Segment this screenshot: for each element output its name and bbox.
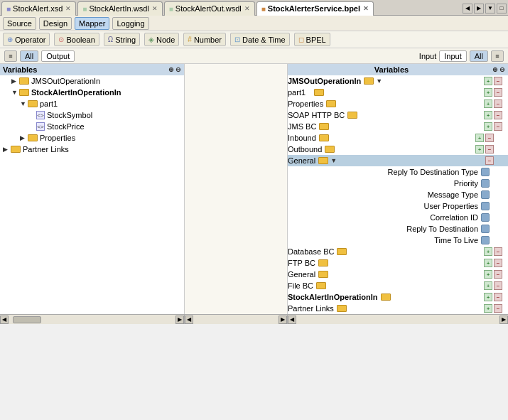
r-tree-part1[interactable]: part1 + − — [288, 87, 508, 98]
tree-item-part1[interactable]: ▼ part1 — [0, 98, 184, 109]
all-tab-left[interactable]: All — [20, 50, 38, 62]
r-db-minus[interactable]: − — [494, 247, 502, 256]
r-tree-correlation-id[interactable]: Correlation ID — [288, 212, 508, 223]
tab-close-xsd[interactable]: ✕ — [65, 5, 71, 12]
right-panel-toggle[interactable]: ≡ — [491, 50, 504, 62]
r-tree-properties[interactable]: Properties + − — [288, 98, 508, 109]
r-outbound-plus[interactable]: + — [475, 145, 484, 154]
r-stockalertin-plus[interactable]: + — [484, 293, 492, 301]
right-header-ctrl1[interactable]: ⊕ — [492, 66, 498, 73]
mid-hscroll-right[interactable]: ▶ — [279, 316, 287, 324]
tree-item-partnerlinks[interactable]: ▶ Partner Links — [0, 144, 184, 155]
r-file-minus[interactable]: − — [494, 281, 502, 290]
r-general-minus[interactable]: − — [485, 156, 494, 165]
boolean-tool[interactable]: ⊙ Boolean — [54, 33, 99, 46]
tree-item-properties-left[interactable]: ▶ Properties — [0, 132, 184, 144]
tree-item-jmsout[interactable]: ▶ JMSOutOperationIn — [0, 75, 184, 87]
mapper-tab[interactable]: Mapper — [75, 17, 109, 30]
left-header-ctrl1[interactable]: ⊕ — [168, 66, 174, 73]
r-soap-plus[interactable]: + — [484, 111, 492, 119]
tree-item-stocksymbol[interactable]: <> StockSymbol — [0, 109, 184, 121]
r-part1-minus[interactable]: − — [494, 88, 502, 97]
bpel-tool[interactable]: ◻ BPEL — [294, 33, 330, 46]
left-header-ctrl2[interactable]: ⊖ — [175, 66, 181, 73]
r-file-plus[interactable]: + — [484, 281, 492, 290]
r-stockalertin-minus[interactable]: − — [494, 293, 502, 301]
r-part1-plus[interactable]: + — [484, 88, 492, 97]
left-panel-toggle[interactable]: ≡ — [4, 50, 17, 62]
r-tree-stockalertin[interactable]: StockAlertInOperationIn + − — [288, 291, 508, 303]
r-tree-user-props[interactable]: User Properties — [288, 200, 508, 212]
r-tree-general2[interactable]: General + − — [288, 269, 508, 280]
r-tree-general[interactable]: General ▼ − — [288, 155, 508, 166]
r-props-plus[interactable]: + — [484, 99, 492, 108]
r-tree-jmsout[interactable]: JMSOutOperationIn ▼ + − — [288, 75, 508, 87]
r-outbound-minus[interactable]: − — [485, 145, 494, 154]
r-tree-ftp-bc[interactable]: FTP BC + − — [288, 257, 508, 269]
tab-close-bpel[interactable]: ✕ — [363, 5, 369, 12]
tab-stockalertout-wsdl[interactable]: ■ StockAlertOut.wsdl ✕ — [164, 1, 255, 16]
r-jmsbc-plus[interactable]: + — [484, 122, 492, 131]
r-partnerlinks-plus[interactable]: + — [484, 304, 492, 313]
r-tree-partnerlinks[interactable]: Partner Links + − — [288, 303, 508, 314]
r-general2-plus[interactable]: + — [484, 270, 492, 279]
source-tab[interactable]: Source — [3, 17, 36, 30]
right-header-ctrl2[interactable]: ⊖ — [499, 66, 505, 73]
input-toggle[interactable]: Input — [439, 50, 466, 62]
r-tree-time-to-live[interactable]: Time To Live — [288, 235, 508, 246]
r-tree-reply-dest[interactable]: Reply To Destination — [288, 223, 508, 235]
all-tab-right[interactable]: All — [470, 50, 488, 62]
tree-item-stockalertin[interactable]: ▼ StockAlertInOperationIn — [0, 87, 184, 98]
r-general2-minus[interactable]: − — [494, 270, 502, 279]
r-tree-soap-http-bc[interactable]: SOAP HTTP BC + − — [288, 109, 508, 121]
r-jmsout-minus[interactable]: − — [494, 77, 502, 85]
r-tree-priority[interactable]: Priority — [288, 178, 508, 189]
r-tree-outbound[interactable]: Outbound + − — [288, 144, 508, 155]
r-jmsbc-minus[interactable]: − — [494, 122, 502, 131]
r-inbound-plus[interactable]: + — [475, 134, 484, 142]
left-hscroll[interactable]: ◀ ▶ — [0, 315, 185, 324]
tab-nav-right[interactable]: ▶ — [474, 4, 484, 14]
tab-stockalerter-bpel[interactable]: ■ StockAlerterService.bpel ✕ — [256, 1, 374, 16]
r-tree-database-bc[interactable]: Database BC + − — [288, 246, 508, 257]
r-db-plus[interactable]: + — [484, 247, 492, 256]
right-hscroll-left[interactable]: ◀ — [288, 316, 296, 324]
design-tab[interactable]: Design — [39, 17, 72, 30]
node-tool[interactable]: ◈ Node — [144, 33, 179, 46]
r-tree-inbound[interactable]: Inbound + − — [288, 132, 508, 144]
datetime-tool[interactable]: ⊡ Date & Time — [230, 33, 290, 46]
tab-stockalertin-wsdl[interactable]: ■ StockAlertIn.wsdl ✕ — [77, 1, 162, 16]
r-tree-file-bc[interactable]: File BC + − — [288, 280, 508, 291]
r-ftp-plus[interactable]: + — [484, 259, 492, 267]
r-ftp-minus[interactable]: − — [494, 259, 502, 267]
right-hscroll-right[interactable]: ▶ — [499, 316, 508, 324]
operator-tool[interactable]: ⊕ Operator — [3, 33, 50, 46]
r-partnerlinks-minus[interactable]: − — [494, 304, 502, 313]
tab-nav-left[interactable]: ◀ — [463, 4, 472, 14]
right-hscroll[interactable]: ◀ ▶ — [288, 315, 508, 324]
tab-nav-maximize[interactable]: □ — [497, 4, 507, 14]
string-tool[interactable]: Ω String — [104, 33, 140, 46]
r-node-message-type — [481, 190, 490, 199]
logging-tab[interactable]: Logging — [112, 17, 148, 30]
output-tab-left[interactable]: Output — [41, 50, 75, 62]
left-hscroll-right[interactable]: ▶ — [175, 316, 184, 324]
tab-stockalert-xsd[interactable]: ■ StockAlert.xsd ✕ — [1, 1, 76, 16]
tree-item-stockprice[interactable]: <> StockPrice — [0, 121, 184, 132]
r-jmsout-plus[interactable]: + — [484, 77, 492, 85]
left-hscroll-left[interactable]: ◀ — [0, 316, 9, 324]
mid-hscroll[interactable]: ◀ ▶ — [185, 315, 288, 324]
r-tree-message-type[interactable]: Message Type — [288, 189, 508, 200]
r-inbound-minus[interactable]: − — [485, 134, 494, 142]
r-tree-reply-dest-type[interactable]: Reply To Destination Type — [288, 166, 508, 178]
tab-close-wsdlout[interactable]: ✕ — [244, 5, 250, 12]
r-tree-jms-bc[interactable]: JMS BC + − — [288, 121, 508, 132]
mid-hscroll-left[interactable]: ◀ — [185, 316, 193, 324]
r-folder-file — [316, 282, 326, 289]
tab-nav-down[interactable]: ▼ — [485, 4, 495, 14]
r-soap-minus[interactable]: − — [494, 111, 502, 119]
tab-close-wsdlin[interactable]: ✕ — [152, 5, 158, 12]
number-tool[interactable]: # Number — [183, 33, 226, 46]
r-folder-jmsout — [364, 77, 374, 85]
r-props-minus[interactable]: − — [494, 99, 502, 108]
